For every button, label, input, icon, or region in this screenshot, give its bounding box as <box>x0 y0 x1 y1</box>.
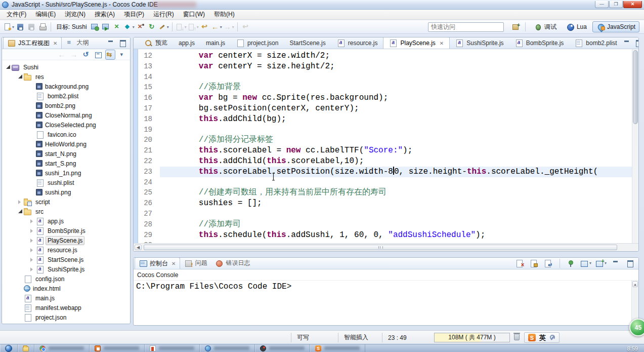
scroll-lock-button[interactable] <box>529 258 540 269</box>
debug-on-device-button[interactable] <box>90 21 101 32</box>
minimize-window-button[interactable]: — <box>595 1 609 8</box>
tree-expander[interactable] <box>29 239 35 243</box>
view-menu-button[interactable] <box>117 50 127 60</box>
code-line-29[interactable]: this.schedule(this.addSushi, 1, 60, 0, "… <box>160 230 632 241</box>
word-wrap-button[interactable] <box>543 258 554 269</box>
ime-settings-icon[interactable] <box>549 335 555 341</box>
editor-horizontal-scrollbar[interactable]: ◀ <box>134 243 638 251</box>
open-console-button[interactable]: ▾ <box>595 258 607 269</box>
taskbar-app4-button[interactable] <box>200 344 255 352</box>
taskbar-app3-button[interactable] <box>145 344 200 352</box>
print-button[interactable] <box>37 21 48 32</box>
editor-tab-sushisprite-js[interactable]: SushiSprite.js <box>450 37 509 49</box>
clear-console-button[interactable] <box>514 258 526 269</box>
maximize-view-icon[interactable] <box>634 39 639 47</box>
menubar-item[interactable]: 搜索(A) <box>90 9 119 20</box>
tree-item-script[interactable]: script <box>2 197 130 207</box>
editor-tab-bomb2-plist[interactable]: bomb2.plist <box>569 37 622 49</box>
pin-editor-button[interactable] <box>240 21 251 32</box>
next-annotation-button[interactable]: ▾ <box>175 21 187 32</box>
editor-vertical-scrollbar[interactable] <box>632 49 638 243</box>
scroll-left-arrow[interactable]: ◀ <box>135 245 142 250</box>
tree-item-sushi-png[interactable]: sushi.png <box>2 187 130 197</box>
code-line-25[interactable]: //创建寿司数组，用来持有当前层中所有存在的寿司 <box>160 187 632 198</box>
tree-expander[interactable] <box>29 219 35 223</box>
code-line-17[interactable]: bg.setPosition(centerX, centerY); <box>160 103 632 114</box>
code-line-19[interactable] <box>160 125 632 135</box>
editor-tab-app-js[interactable]: app.js <box>173 37 200 49</box>
close-icon[interactable]: ✕ <box>440 41 444 46</box>
collapse-all-button[interactable] <box>93 50 103 60</box>
minimize-view-icon[interactable] <box>107 39 115 47</box>
speed-ball-overlay[interactable]: 45 <box>629 319 644 336</box>
prev-annotation-button[interactable]: ▾ <box>187 21 199 32</box>
code-line-26[interactable]: sushies = []; <box>160 198 632 209</box>
console-output[interactable]: C:\Program Files\Cocos Code IDE> <box>134 281 638 291</box>
code-line-21[interactable]: this.scoreLabel = new cc.LabelTTF("Score… <box>160 145 632 156</box>
tree-expander[interactable] <box>17 210 23 213</box>
tree-item-app-js[interactable]: app.js <box>2 216 130 226</box>
close-icon[interactable]: ✕ <box>53 41 57 46</box>
link-with-editor-button[interactable] <box>105 50 115 60</box>
sogou-ime-icon[interactable]: S <box>528 334 536 341</box>
tree-item-sushi-plist[interactable]: sushi.plist <box>2 178 130 187</box>
menubar-item[interactable]: 窗口(W) <box>179 9 209 20</box>
tab-js-project-view[interactable]: JS工程视图 ✕ <box>3 37 62 49</box>
tree-item-resource-js[interactable]: resource.js <box>2 245 130 255</box>
disconnect-button[interactable] <box>112 21 123 32</box>
tree-expander[interactable] <box>29 248 35 252</box>
tree-expander[interactable] <box>29 258 35 262</box>
taskbar-app5-button[interactable] <box>255 344 310 352</box>
save-button[interactable] <box>15 21 26 32</box>
tree-item-start-s-png[interactable]: start_S.png <box>2 159 130 168</box>
tree-item-closenormal-png[interactable]: CloseNormal.png <box>2 110 130 120</box>
tree-item-favicon-ico[interactable]: favicon.ico <box>2 130 130 139</box>
tree-item-sushi[interactable]: Sushi <box>2 62 130 72</box>
tree-item-helloworld-png[interactable]: HelloWorld.png <box>2 139 130 149</box>
tree-expander[interactable] <box>17 200 23 204</box>
tab-outline[interactable]: 大纲 <box>62 37 93 49</box>
code-line-24[interactable] <box>160 177 632 188</box>
menubar-item[interactable]: 项目(P) <box>119 9 149 20</box>
explorer-forward-button[interactable] <box>69 50 79 60</box>
skip-breakpoints-button[interactable] <box>135 21 146 32</box>
line-number-ruler[interactable]: 12131415161718192021222324252627282930 <box>138 49 156 243</box>
taskbar-chrome-button[interactable] <box>34 344 90 352</box>
editor-tab-playscene-js[interactable]: PlayScene.js✕ <box>383 37 450 49</box>
code-line-15[interactable]: //添加背景 <box>160 82 632 93</box>
pin-console-button[interactable] <box>566 258 577 269</box>
run-button[interactable]: ▾ <box>123 21 135 32</box>
code-line-27[interactable] <box>160 209 632 219</box>
scrollbar-thumb[interactable] <box>633 50 638 124</box>
menubar-item[interactable]: 浏览(N) <box>60 9 90 20</box>
scroll-up-arrow[interactable]: ▲ <box>632 281 638 287</box>
tree-item-config-json[interactable]: config.json <box>2 274 130 284</box>
format-button[interactable]: ▾ <box>157 21 169 32</box>
perspective-lua[interactable]: Lua <box>562 21 591 32</box>
code-line-14[interactable] <box>160 72 632 83</box>
tree-item-playscene-js[interactable]: PlayScene.js <box>2 236 130 245</box>
code-line-13[interactable]: var centerY = size.height/2; <box>160 61 632 72</box>
tree-item-bombsprite-js[interactable]: BombSprite.js <box>2 226 130 236</box>
editor-tab-startscene-js[interactable]: StartScene.js <box>284 37 331 49</box>
code-area[interactable]: var centerX = size.width/2; var centerY … <box>156 49 632 243</box>
ime-language-indicator[interactable]: 英 <box>539 333 546 342</box>
tree-item-index-html[interactable]: index.html <box>2 284 130 293</box>
tree-item-background-png[interactable]: background.png <box>2 82 130 91</box>
code-line-28[interactable]: //添加寿司 <box>160 219 632 230</box>
menubar-item[interactable]: 编辑(E) <box>31 9 60 20</box>
close-icon[interactable]: ✕ <box>171 261 176 266</box>
quick-access-input[interactable] <box>428 22 504 32</box>
tree-expander[interactable] <box>29 267 35 271</box>
tree-item-project-json[interactable]: project.json <box>2 312 130 322</box>
start-button[interactable] <box>0 344 18 352</box>
editor-tab-resource-js[interactable]: resource.js <box>331 37 383 49</box>
perspective-javascript[interactable]: JavaScript <box>592 21 639 32</box>
back-button[interactable]: ▾ <box>210 21 223 32</box>
perspective-debug[interactable]: 调试 <box>530 21 561 33</box>
minimize-view-button[interactable] <box>610 258 621 269</box>
maximize-view-icon[interactable] <box>118 39 127 47</box>
explorer-refresh-button[interactable] <box>81 50 91 60</box>
editor-tab-project-json[interactable]: project.json <box>231 37 284 49</box>
restore-window-button[interactable]: ❐ <box>609 1 623 8</box>
